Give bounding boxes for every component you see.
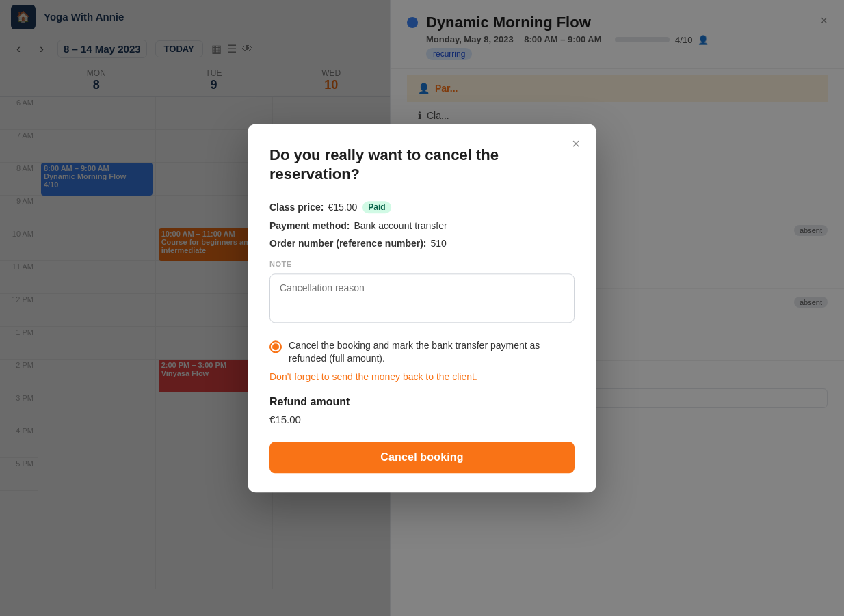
reminder-text: Don't forget to send the money back to t… xyxy=(269,371,575,382)
order-number-row: Order number (reference number): 510 xyxy=(269,238,575,249)
paid-badge: Paid xyxy=(362,201,391,213)
class-price-value: €15.00 xyxy=(328,202,357,213)
radio-text: Cancel the booking and mark the bank tra… xyxy=(289,339,575,366)
cancellation-reason-input[interactable] xyxy=(269,273,575,323)
class-price-row: Class price: €15.00 Paid xyxy=(269,201,575,213)
payment-method-value: Bank account transfer xyxy=(354,220,447,231)
cancel-reservation-modal: × Do you really want to cancel the reser… xyxy=(248,124,596,492)
radio-row: Cancel the booking and mark the bank tra… xyxy=(269,339,575,366)
note-label: NOTE xyxy=(269,260,575,268)
order-number-label: Order number (reference number): xyxy=(269,238,427,249)
refund-radio-button[interactable] xyxy=(269,340,282,353)
class-price-label: Class price: xyxy=(269,202,324,213)
refund-section: Refund amount €15.00 xyxy=(269,396,575,425)
refund-title: Refund amount xyxy=(269,396,575,408)
refund-amount: €15.00 xyxy=(269,414,575,425)
modal-title: Do you really want to cancel the reserva… xyxy=(269,146,575,185)
payment-method-label: Payment method: xyxy=(269,220,350,231)
cancel-booking-confirm-button[interactable]: Cancel booking xyxy=(269,442,575,473)
modal-close-button[interactable]: × xyxy=(566,135,585,154)
payment-method-row: Payment method: Bank account transfer xyxy=(269,220,575,231)
order-number-value: 510 xyxy=(431,238,447,249)
